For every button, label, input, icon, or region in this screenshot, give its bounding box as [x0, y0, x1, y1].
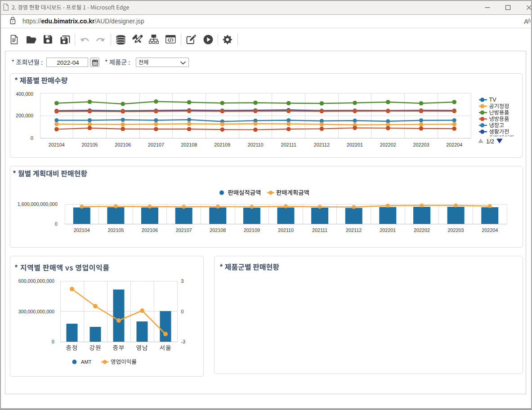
svg-text:202104: 202104: [74, 227, 90, 233]
svg-text:202106: 202106: [115, 142, 131, 147]
svg-text:202109: 202109: [244, 227, 260, 233]
svg-text:A: A: [524, 18, 528, 25]
svg-text:202107: 202107: [148, 142, 164, 147]
svg-text:AMT: AMT: [81, 359, 92, 365]
svg-text:202111: 202111: [281, 142, 296, 147]
svg-text:202110: 202110: [247, 142, 263, 147]
svg-text:600,000,000,000: 600,000,000,000: [18, 278, 54, 284]
svg-text:202104: 202104: [49, 142, 65, 147]
svg-text:1/2: 1/2: [486, 138, 494, 145]
svg-text:202202: 202202: [380, 142, 396, 147]
svg-text:400,000: 400,000: [16, 91, 33, 97]
svg-text:202108: 202108: [181, 142, 197, 147]
svg-text:300,000,000,000: 300,000,000,000: [18, 309, 54, 314]
svg-text:2022-04: 2022-04: [57, 59, 79, 66]
svg-text:https://edu.bimatrix.co.kr/AUD: https://edu.bimatrix.co.kr/AUD/designer.…: [22, 18, 144, 25]
svg-text:202112: 202112: [346, 227, 362, 233]
svg-text:200,000: 200,000: [16, 113, 33, 118]
svg-text:202107: 202107: [176, 227, 192, 233]
svg-text:202110: 202110: [278, 227, 294, 233]
svg-text:202203: 202203: [448, 227, 464, 233]
svg-text:202112: 202112: [314, 142, 330, 147]
svg-text:0: 0: [55, 221, 58, 227]
svg-text:202109: 202109: [214, 142, 230, 147]
svg-text:202201: 202201: [380, 227, 396, 233]
svg-text:202201: 202201: [347, 142, 363, 147]
svg-text:202108: 202108: [210, 227, 226, 233]
svg-text:202204: 202204: [446, 142, 462, 147]
svg-text:202202: 202202: [414, 227, 430, 233]
svg-text:202204: 202204: [482, 227, 498, 233]
svg-text:-3: -3: [181, 339, 186, 344]
svg-text:0: 0: [52, 339, 54, 344]
svg-text:3: 3: [181, 278, 184, 284]
svg-text:202203: 202203: [413, 142, 429, 147]
svg-text:0: 0: [31, 135, 33, 141]
svg-text:202105: 202105: [82, 142, 98, 147]
svg-text:1,600,000,000,000: 1,600,000,000,000: [18, 201, 58, 207]
svg-text:202106: 202106: [142, 227, 158, 233]
svg-text:TV: TV: [489, 97, 497, 103]
svg-text:0: 0: [181, 309, 184, 314]
svg-text:202111: 202111: [312, 227, 327, 233]
svg-text:202105: 202105: [107, 227, 124, 233]
